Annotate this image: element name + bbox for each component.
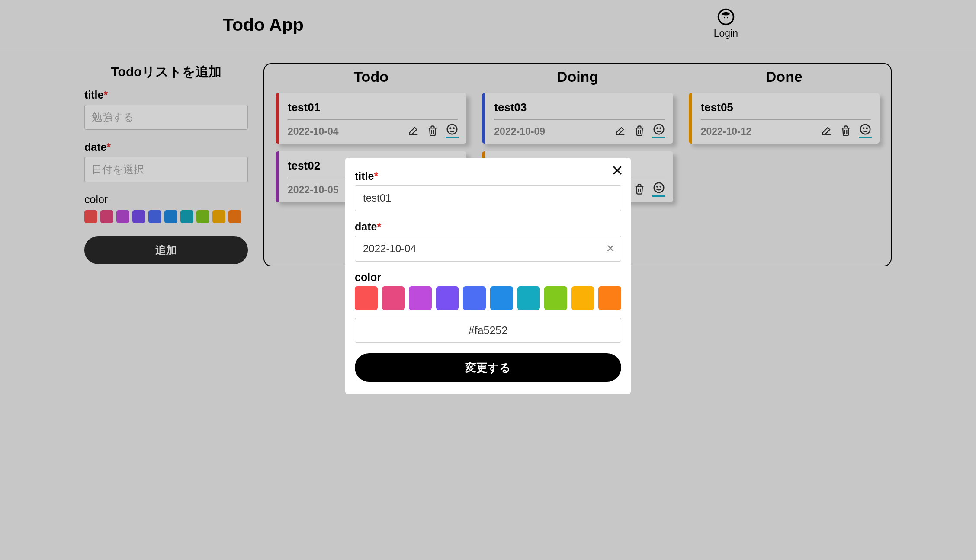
color-swatch[interactable]	[463, 286, 486, 310]
color-swatch[interactable]	[382, 286, 405, 310]
color-swatch[interactable]	[517, 286, 540, 310]
modal-date-input[interactable]	[355, 236, 621, 262]
modal-submit-button[interactable]: 変更する	[355, 353, 621, 382]
color-swatch[interactable]	[544, 286, 567, 310]
modal-title-input[interactable]	[355, 185, 621, 211]
color-swatch[interactable]	[436, 286, 459, 310]
modal-color-label: color	[355, 271, 621, 284]
modal-title-label: title*	[355, 170, 621, 182]
color-swatch[interactable]	[355, 286, 378, 310]
clear-date-icon[interactable]	[606, 243, 615, 253]
color-swatch[interactable]	[409, 286, 432, 310]
close-icon[interactable]	[611, 164, 624, 177]
color-swatch[interactable]	[598, 286, 621, 310]
modal-date-label: date*	[355, 221, 621, 233]
color-swatch[interactable]	[490, 286, 513, 310]
edit-modal: title* date* color #fa5252 変更する	[345, 158, 631, 394]
modal-overlay[interactable]: title* date* color #fa5252 変更する	[0, 0, 976, 560]
modal-color-swatches	[355, 286, 621, 310]
color-swatch[interactable]	[571, 286, 594, 310]
modal-color-value[interactable]: #fa5252	[355, 318, 621, 343]
